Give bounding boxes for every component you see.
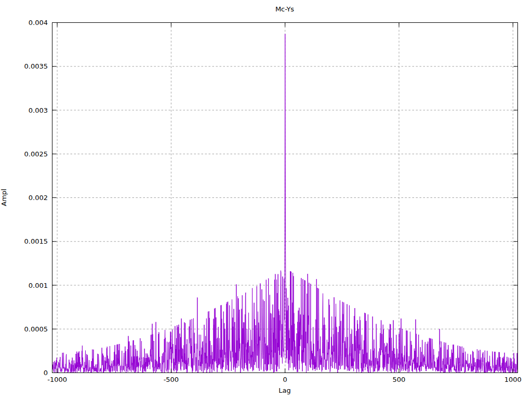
y-tick-label: 0.002 [29,194,48,202]
y-axis-label: Ampl [0,189,8,206]
x-tick-label: 1000 [504,376,522,383]
x-tick-label: -1000 [47,376,67,383]
y-tick-label: 0.0035 [24,62,48,70]
x-tick-label: 0 [283,376,287,383]
y-tick-label: 0.001 [29,282,48,289]
y-tick-label: 0.003 [29,107,48,114]
x-tick-label: -500 [164,376,179,383]
y-tick-label: 0 [44,369,48,377]
plot-window: -1000-5000500100000.00050.0010.00150.002… [0,0,532,399]
chart-title: Mc-Ys [275,5,294,13]
y-tick-label: 0.0005 [24,325,48,333]
x-axis-label: Lag [278,387,290,394]
y-tick-label: 0.0015 [24,237,48,245]
y-tick-label: 0.004 [29,19,48,26]
y-tick-label: 0.0025 [24,150,48,158]
x-tick-label: 500 [393,376,406,383]
chart: -1000-5000500100000.00050.0010.00150.002… [0,0,532,399]
